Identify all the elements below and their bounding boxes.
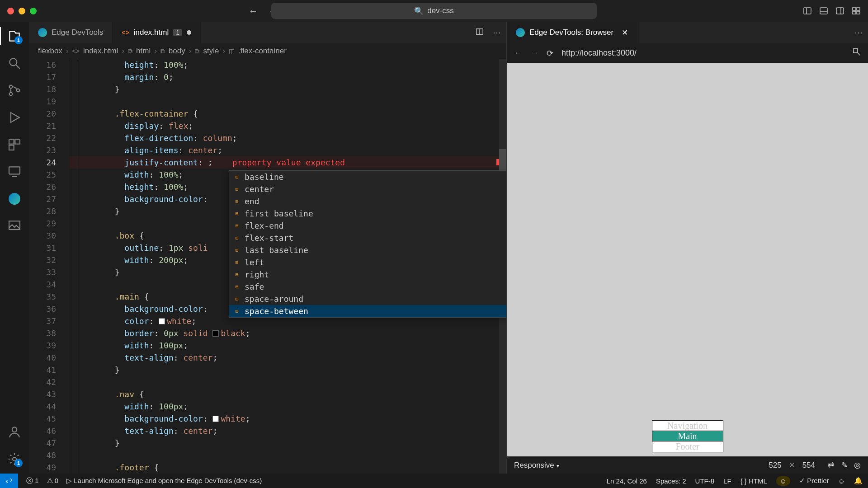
tab-index-html[interactable]: <>index.html1 <box>113 22 201 43</box>
autocomplete-item[interactable]: ⊞end <box>229 195 506 207</box>
browser-tabs: Edge DevTools: Browser✕ ⋯ <box>507 22 868 43</box>
browser-back-icon[interactable]: ← <box>514 48 522 58</box>
svg-rect-18 <box>9 167 20 174</box>
device-toolbar: Responsive ▾ 525 ✕ 554 ⇄ ✎ ◎ <box>507 456 868 474</box>
split-editor-icon[interactable] <box>476 28 484 38</box>
autocomplete-item[interactable]: ⊞space-between <box>229 305 506 317</box>
more-actions-icon[interactable]: ⋯ <box>854 28 863 38</box>
browser-forward-icon[interactable]: → <box>530 48 538 58</box>
image-icon[interactable] <box>7 219 22 233</box>
crumb-folder[interactable]: flexbox <box>38 47 62 56</box>
problems-errors[interactable]: ⓧ 1 <box>26 477 39 485</box>
problems-warnings[interactable]: ⚠ 0 <box>47 477 59 485</box>
language-mode[interactable]: { } HTML <box>741 477 767 485</box>
autocomplete-item[interactable]: ⊞safe <box>229 281 506 293</box>
autocomplete-item[interactable]: ⊞first baseline <box>229 207 506 220</box>
svg-point-12 <box>9 85 13 89</box>
viewport-height[interactable]: 554 <box>802 461 815 470</box>
autocomplete-item[interactable]: ⊞right <box>229 268 506 281</box>
autocomplete-popup[interactable]: ⊞baseline⊞center⊞end⊞first baseline⊞flex… <box>229 170 506 318</box>
remote-explorer-icon[interactable] <box>7 164 22 179</box>
activity-bar: 1 1 <box>0 22 29 474</box>
tab-edge-devtools[interactable]: Edge DevTools <box>29 22 113 43</box>
viewport-width[interactable]: 525 <box>769 461 781 470</box>
panel-bottom-icon[interactable] <box>819 6 828 15</box>
svg-point-10 <box>9 58 17 66</box>
crumb-html[interactable]: html <box>136 47 151 56</box>
editor-group: Edge DevTools <>index.html1 ⋯ flexbox› <… <box>29 22 506 474</box>
symbol-icon: ⧉ <box>128 47 132 55</box>
svg-rect-9 <box>857 11 860 14</box>
search-activity-icon[interactable] <box>7 56 22 70</box>
svg-point-13 <box>9 93 13 96</box>
dirty-indicator-icon <box>187 30 191 35</box>
nav-back-icon[interactable]: ← <box>249 6 258 16</box>
svg-rect-15 <box>9 139 14 144</box>
minimize-window-icon[interactable] <box>19 8 25 14</box>
browser-reload-icon[interactable]: ⟳ <box>547 48 553 58</box>
title-bar: ← → 🔍 dev-css <box>0 0 868 22</box>
tab-actions: ⋯ <box>854 28 863 38</box>
breadcrumbs[interactable]: flexbox› <>index.html› ⧉html› ⧉body› ⧉st… <box>29 43 506 59</box>
svg-rect-8 <box>853 11 856 14</box>
svg-rect-0 <box>804 8 811 14</box>
rotate-icon[interactable]: ⇄ <box>828 460 834 470</box>
crumb-body[interactable]: body <box>169 47 185 56</box>
layout-grid-icon[interactable] <box>852 6 861 15</box>
settings-badge: 1 <box>14 459 23 467</box>
account-icon[interactable] <box>7 425 22 439</box>
command-center[interactable]: 🔍 dev-css <box>271 3 597 19</box>
svg-rect-2 <box>820 8 827 14</box>
crumb-selector[interactable]: .flex-container <box>238 47 287 56</box>
svg-rect-4 <box>836 8 844 14</box>
settings-gear-icon[interactable]: 1 <box>7 452 22 466</box>
maximize-window-icon[interactable] <box>30 8 37 14</box>
cursor-position[interactable]: Ln 24, Col 26 <box>607 477 647 485</box>
debug-launch[interactable]: ▷ Launch Microsoft Edge and open the Edg… <box>66 477 262 485</box>
html-file-icon: <> <box>122 29 129 36</box>
autocomplete-item[interactable]: ⊞baseline <box>229 171 506 183</box>
symbol-icon: ⧉ <box>195 47 199 55</box>
tab-edge-browser[interactable]: Edge DevTools: Browser✕ <box>507 22 637 43</box>
window-controls <box>7 8 37 14</box>
run-debug-icon[interactable] <box>7 110 22 125</box>
edge-tools-icon[interactable] <box>7 192 22 206</box>
panel-right-icon[interactable] <box>835 6 844 15</box>
tab-actions: ⋯ <box>476 28 501 38</box>
autocomplete-item[interactable]: ⊞left <box>229 256 506 268</box>
close-tab-icon[interactable]: ✕ <box>622 28 628 38</box>
svg-line-11 <box>16 65 20 69</box>
autocomplete-item[interactable]: ⊞last baseline <box>229 244 506 256</box>
svg-rect-16 <box>15 139 20 144</box>
remote-indicator-icon[interactable] <box>0 474 18 488</box>
notifications-icon[interactable]: 🔔 <box>854 477 863 485</box>
responsive-mode[interactable]: Responsive ▾ <box>514 461 559 470</box>
autocomplete-item[interactable]: ⊞flex-end <box>229 220 506 232</box>
code-editor[interactable]: 1617181920212223242526272829303132333435… <box>29 59 506 474</box>
eol-status[interactable]: LF <box>723 477 731 485</box>
eyedropper-icon[interactable]: ✎ <box>841 460 848 470</box>
encoding-status[interactable]: UTF-8 <box>695 477 715 485</box>
extensions-icon[interactable] <box>7 137 22 152</box>
crumb-file[interactable]: index.html <box>83 47 118 56</box>
panel-left-icon[interactable] <box>803 6 812 15</box>
autocomplete-item[interactable]: ⊞center <box>229 183 506 195</box>
crumb-style[interactable]: style <box>203 47 219 56</box>
autocomplete-item[interactable]: ⊞flex-start <box>229 232 506 244</box>
feedback-icon[interactable]: ☺ <box>838 477 845 485</box>
indent-status[interactable]: Spaces: 2 <box>656 477 686 485</box>
main-area: 1 1 Edge DevTools <>index.html1 ⋯ flexbo… <box>0 22 868 474</box>
url-field[interactable]: http://localhost:3000/ <box>561 48 844 58</box>
browser-pane: Edge DevTools: Browser✕ ⋯ ← → ⟳ http://l… <box>506 22 868 474</box>
more-actions-icon[interactable]: ⋯ <box>493 28 501 38</box>
copilot-status-icon[interactable]: ☺ <box>776 476 790 486</box>
layout-controls <box>803 6 861 15</box>
close-window-icon[interactable] <box>7 8 14 14</box>
inspect-icon[interactable] <box>853 48 861 58</box>
autocomplete-item[interactable]: ⊞space-around <box>229 293 506 305</box>
symbol-icon: ◫ <box>229 47 235 55</box>
explorer-icon[interactable]: 1 <box>7 29 22 43</box>
prettier-status[interactable]: ✓ Prettier <box>799 477 829 485</box>
source-control-icon[interactable] <box>7 83 22 98</box>
target-icon[interactable]: ◎ <box>854 460 861 470</box>
